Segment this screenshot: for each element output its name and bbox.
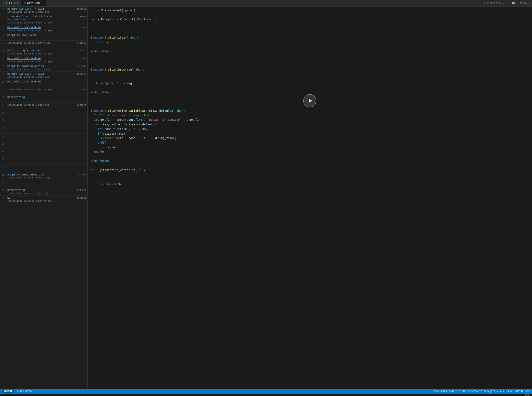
blame-info: Simplify command/actionlambdalisue autho… [6,172,77,180]
blame-commit-title[interactable]: WIP [7,196,75,199]
blame-info: Rename vim-gita -> gitalambdalisue autho… [6,72,77,79]
blame-row[interactable]: 16 [0,126,87,134]
blame-row[interactable]: 5lambdalisue authored 1 month ago47dce19 [0,41,87,48]
blame-commit-meta: lambdalisue authored 1 week ago [7,76,75,78]
progress-percent: 100% [525,394,530,396]
tab-right-path: gita/test2 ≠ . [487,2,507,5]
blame-commit-title[interactable]: Liberate from hita#util#prompt / hita#ut… [7,15,75,21]
blame-row[interactable]: 25WIPlambdalisue authored 2 months agoe1… [0,196,87,203]
blame-info [6,134,86,141]
blame-row[interactable]: 8Simplify command/actionlambdalisue auth… [0,64,87,72]
blame-row[interactable]: 12Refactoring [0,95,87,103]
tab-close-button[interactable]: ✕ [529,2,530,5]
blame-row[interactable]: 1Rename vim_gita -> gitalambdalisue auth… [0,6,87,14]
blame-commit-meta: lambdalisue authored 2 months ago [7,22,75,24]
blame-row[interactable]: 11lambdalisue authored 2 months agoc51b5… [0,87,87,95]
blame-commit-hash: b9996e2 [77,72,87,75]
status-right: unix utf-8 vim [507,390,530,393]
blame-commit-hash [86,134,87,135]
blame-commit-hash: c51b5e7 [77,56,87,60]
blame-commit-hash: 83b7bef [77,14,87,18]
blame-line-num: 17 [0,134,6,138]
blame-commit-hash [86,164,87,166]
code-pane[interactable]: let s:V = vital#of('gita') let s:Prompt … [88,6,532,389]
cursor-position: 22:4 [433,390,439,393]
blame-commit-meta: lambdalisue authored 2 weeks ago [7,177,75,179]
blame-commit-hash [86,118,87,119]
blame-line-num: 5 [0,41,6,45]
blame-commit-meta: lambdalisue authored 2 months ago [7,29,75,32]
blame-row[interactable]: 19 [0,149,87,157]
blame-row[interactable]: 6Refactoring Vital.Gitlambdalisue author… [0,48,87,56]
blame-line-num: 11 [0,87,6,91]
blame-commit-title[interactable]: Simplify command/action [7,173,75,176]
blame-commit-hash [86,33,87,34]
blame-info: Liberate from hita#util#prompt / hita#ut… [6,14,77,25]
blame-row[interactable]: 3Use self vital modulelambdalisue author… [0,25,87,33]
blame-row[interactable]: 4Simplify core mech. [0,33,87,41]
blame-commit-hash [86,126,87,127]
blame-line-num: 20 [0,157,6,161]
blame-row[interactable]: 17 [0,134,87,141]
blame-row[interactable]: 21 [0,164,87,172]
file-type: vim [526,390,530,393]
file-format: utf-8 [515,390,523,393]
blame-info: Use self vital module [6,79,86,87]
tab-right-count: | 🔢3 [509,2,516,5]
blame-line-num: 22 [0,172,6,176]
tab-1[interactable]: 1 gita.vim [0,0,21,6]
blame-info: Simplify command/actionlambdalisue autho… [6,64,77,71]
blame-line-num: 1 [0,6,6,11]
play-button[interactable] [303,94,316,107]
main-area: 1Rename vim_gita -> gitalambdalisue auth… [0,6,532,389]
blame-commit-meta: lambdalisue authored 1 week ago [7,11,75,13]
blame-commit-hash [86,110,87,111]
blame-commit-meta: lambdalisue authored 2 months ago [7,60,75,63]
blame-info [6,157,86,164]
blame-row[interactable]: 15 [0,118,87,126]
blame-commit-meta: lambdalisue authored 2 months ago [7,200,75,202]
blame-row[interactable]: 22Simplify command/actionlambdalisue aut… [0,172,87,180]
blame-info [6,149,86,157]
blame-commit-hash: 2ddeb7f [77,103,87,106]
blame-row[interactable]: 10Use self vital module [0,79,87,87]
blame-commit-hash [86,141,87,143]
blame-row[interactable]: 2Liberate from hita#util#prompt / hita#u… [0,14,87,25]
blame-row[interactable]: 23 [0,180,87,188]
blame-row[interactable]: 20 [0,157,87,164]
tab-2-label: gita.vim [27,2,40,5]
blame-commit-title[interactable]: Refactoring Vital.Git [7,49,75,52]
blame-commit-meta: lambdalisue authored 2 weeks ago [7,68,75,70]
blame-line-num: 10 [0,79,6,83]
blame-commit-title[interactable]: Rename vim-gita -> gita [7,72,75,76]
blame-line-num: 7 [0,56,6,60]
tab-right-cwd: ~/gita [518,2,527,5]
blame-commit-title[interactable]: Refactoring [7,96,85,99]
blame-info: lambdalisue authored 1 week ago [6,103,77,110]
blame-line-num: 12 [0,95,6,99]
blame-row[interactable]: 14 [0,110,87,118]
blame-row[interactable]: 9Rename vim-gita -> gitalambdalisue auth… [0,72,87,79]
blame-commit-title[interactable]: Use self vital module [7,80,85,83]
blame-info: Refactoringlambdalisue authored 1 week a… [6,188,77,195]
blame-line-num: 24 [0,188,6,192]
blame-commit-title[interactable]: Simplify core mech. [7,34,85,37]
blame-commit-title[interactable]: Refactoring [7,189,75,192]
tab-2-num: 2 [24,2,26,5]
blame-commit-title[interactable]: Simplify command/action [7,65,75,68]
blame-info [6,110,86,118]
blame-line-num: 21 [0,164,6,169]
tab-2[interactable]: 2 gita.vim - [21,0,46,6]
blame-commit-title[interactable]: Use self vital module [7,26,75,29]
blame-commit-hash: 47dce19 [77,41,87,44]
blame-line-num: 14 [0,110,6,114]
blame-row[interactable]: 18 [0,141,87,149]
blame-commit-title[interactable]: Rename vim_gita -> gita [7,7,75,10]
blame-commit-hash: e14edae [77,196,87,199]
blame-row[interactable]: 24Refactoringlambdalisue authored 1 week… [0,188,87,196]
blame-row[interactable]: 13lambdalisue authored 1 week ago2ddeb7f [0,103,87,110]
blame-row[interactable]: 7Use self vital modulelambdalisue author… [0,56,87,64]
blame-commit-title[interactable]: Use self vital module [7,57,75,60]
blame-info: Refactoring Vital.Gitlambdalisue authore… [6,48,77,56]
file-encoding: unix [507,390,513,393]
